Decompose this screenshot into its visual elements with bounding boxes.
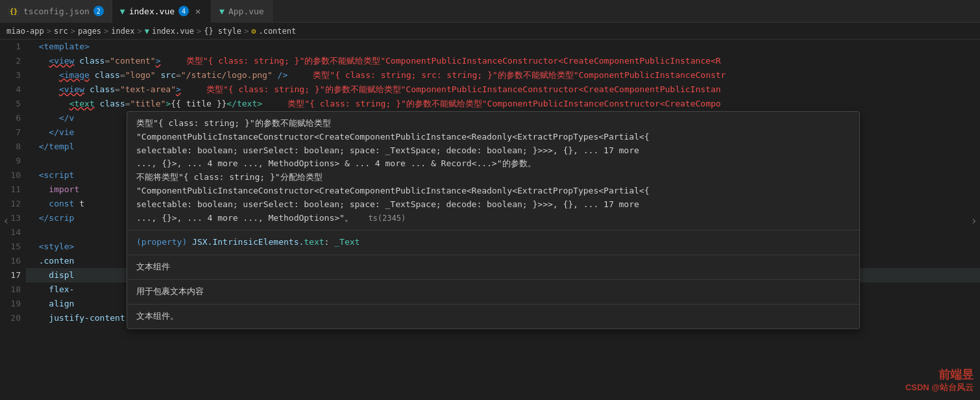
breadcrumb-src[interactable]: src xyxy=(54,27,68,36)
breadcrumb: miao-app > src > pages > index > ▼ index… xyxy=(0,23,980,40)
code-line-5: <text class="title">{{ title }}</text> 类… xyxy=(26,97,980,111)
tab-index-vue[interactable]: ▼ index.vue 4 ✕ xyxy=(112,0,212,23)
vue-icon-app: ▼ xyxy=(219,6,225,16)
breadcrumb-style[interactable]: {} style xyxy=(204,27,241,36)
tab-app-vue-label: App.vue xyxy=(228,6,264,16)
tooltip-desc-3: 文本组件。 xyxy=(127,305,859,329)
tooltip-desc-2: 用于包裹文本内容 xyxy=(127,280,859,305)
editor-area: ‹ 1 2 3 4 5 6 7 8 9 10 11 12 13 14 15 16… xyxy=(0,40,980,400)
tooltip-property-section: (property) JSX.IntrinsicElements.text: _… xyxy=(127,231,859,255)
tooltip-property-path: JSX.IntrinsicElements. xyxy=(192,237,304,247)
tab-tsconfig-badge: 2 xyxy=(93,6,104,16)
tab-tsconfig-label: tsconfig.json xyxy=(23,6,90,16)
code-line-4: <view class="text-area"> 类型"{ class: str… xyxy=(26,82,980,97)
tab-bar: {} tsconfig.json 2 ▼ index.vue 4 ✕ ▼ App… xyxy=(0,0,980,23)
tooltip-error-1: 类型"{ class: string; }"的参数不能赋给类型 "Compone… xyxy=(127,112,859,231)
tooltip-error-body-3: ..., {}>, ... 4 more ..., MethodOptions>… xyxy=(136,158,536,168)
code-line-3: <image class="logo" src="/static/logo.pn… xyxy=(26,68,980,82)
breadcrumb-app[interactable]: miao-app xyxy=(6,27,44,36)
code-line-1: <template> xyxy=(26,40,980,54)
tooltip-error-body-4: "ComponentPublicInstanceConstructor<Crea… xyxy=(136,186,650,195)
breadcrumb-file[interactable]: index.vue xyxy=(152,27,194,36)
code-line-2: <view class="content"> 类型"{ class: strin… xyxy=(26,54,980,68)
tooltip-popup: 类型"{ class: string; }"的参数不能赋给类型 "Compone… xyxy=(127,111,860,329)
scroll-left-arrow[interactable]: ‹ xyxy=(0,210,12,229)
tooltip-error-body-5: selectable: boolean; userSelect: boolean… xyxy=(136,199,639,209)
breadcrumb-pages[interactable]: pages xyxy=(78,27,101,36)
breadcrumb-class-icon: ⚙ xyxy=(251,27,256,36)
tooltip-property-keyword: (property) xyxy=(136,237,187,247)
tooltip-error-body-1: "ComponentPublicInstanceConstructor<Crea… xyxy=(136,132,650,142)
json-icon: {} xyxy=(8,7,19,16)
tab-index-vue-badge: 4 xyxy=(178,6,189,16)
tab-tsconfig[interactable]: {} tsconfig.json 2 xyxy=(0,0,112,23)
tab-app-vue[interactable]: ▼ App.vue xyxy=(212,0,273,23)
tooltip-error-title-1: 类型"{ class: string; }"的参数不能赋给类型 xyxy=(136,118,331,128)
tooltip-desc-1: 文本组件 xyxy=(127,255,859,280)
tooltip-error-title-2: 不能将类型"{ class: string; }"分配给类型 xyxy=(136,172,323,182)
vue-icon-index: ▼ xyxy=(120,6,125,16)
scroll-right-arrow[interactable]: › xyxy=(968,210,980,229)
breadcrumb-class[interactable]: .content xyxy=(258,27,296,36)
code-content[interactable]: <template> <view class="content"> 类型"{ c… xyxy=(26,40,980,400)
breadcrumb-vue-icon: ▼ xyxy=(145,27,149,36)
breadcrumb-index[interactable]: index xyxy=(111,27,134,36)
tooltip-chinese-2: 用于包裹文本内容 xyxy=(136,286,204,296)
tab-close-button[interactable]: ✕ xyxy=(193,6,203,16)
watermark-line1: 前端昱 xyxy=(905,368,974,382)
watermark-line2: CSDN @站台风云 xyxy=(905,382,974,394)
tooltip-error-body-2: selectable: boolean; userSelect: boolean… xyxy=(136,145,639,155)
watermark: 前端昱 CSDN @站台风云 xyxy=(905,368,974,394)
tooltip-chinese-1: 文本组件 xyxy=(136,262,170,271)
tooltip-chinese-3: 文本组件。 xyxy=(136,311,178,321)
tab-index-vue-label: index.vue xyxy=(129,6,175,16)
tooltip-error-body-6: ..., {}>, ... 4 more ..., MethodOptions>… xyxy=(136,213,406,223)
